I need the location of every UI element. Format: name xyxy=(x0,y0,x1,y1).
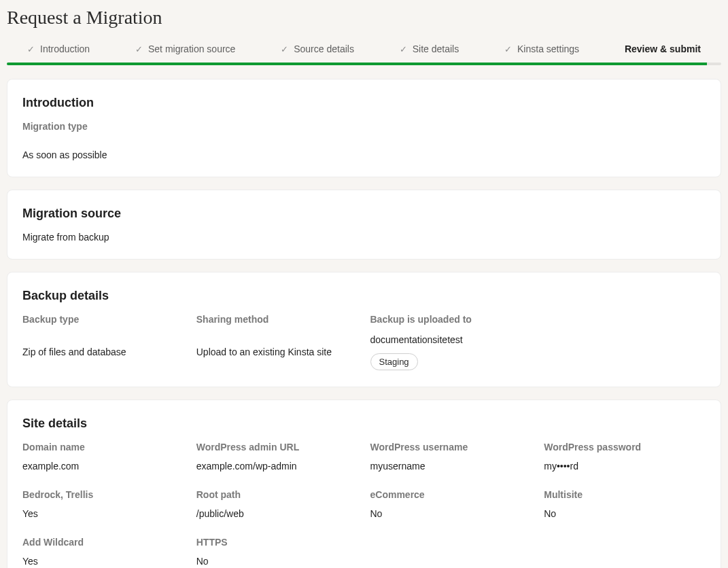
step-label: Review & submit xyxy=(625,43,701,54)
card-introduction: Introduction Migration type As soon as p… xyxy=(7,79,721,177)
step-label: Kinsta settings xyxy=(517,43,579,54)
root-path-label: Root path xyxy=(196,489,358,500)
uploaded-to-label: Backup is uploaded to xyxy=(370,314,532,325)
card-heading: Site details xyxy=(22,416,706,431)
step-label: Source details xyxy=(294,43,354,54)
card-heading: Backup details xyxy=(22,289,706,303)
progress-track xyxy=(7,63,721,65)
wp-username-label: WordPress username xyxy=(370,442,532,452)
step-source-details[interactable]: ✓ Source details xyxy=(281,43,354,54)
step-label: Introduction xyxy=(40,43,90,54)
wildcard-label: Add Wildcard xyxy=(22,537,184,548)
migration-source-value: Migrate from backup xyxy=(22,232,706,243)
wp-password-label: WordPress password xyxy=(544,442,706,452)
step-set-migration-source[interactable]: ✓ Set migration source xyxy=(135,43,235,54)
multisite-label: Multisite xyxy=(544,489,706,500)
multisite-value: No xyxy=(544,508,706,519)
migration-type-value: As soon as possible xyxy=(22,149,706,160)
page-title: Request a Migration xyxy=(7,7,721,29)
bedrock-label: Bedrock, Trellis xyxy=(22,489,184,500)
wildcard-value: Yes xyxy=(22,556,184,567)
step-label: Site details xyxy=(413,43,459,54)
migration-type-label: Migration type xyxy=(22,121,706,132)
stepper: ✓ Introduction ✓ Set migration source ✓ … xyxy=(7,43,721,63)
wp-password-value: my••••rd xyxy=(544,461,706,472)
https-label: HTTPS xyxy=(196,537,358,548)
step-introduction[interactable]: ✓ Introduction xyxy=(27,43,90,54)
step-kinsta-settings[interactable]: ✓ Kinsta settings xyxy=(504,43,579,54)
sharing-method-label: Sharing method xyxy=(196,314,358,325)
domain-name-value: example.com xyxy=(22,461,184,472)
backup-type-label: Backup type xyxy=(22,314,184,325)
step-label: Set migration source xyxy=(148,43,235,54)
check-icon: ✓ xyxy=(135,44,143,54)
uploaded-to-value: documentationsitetest xyxy=(370,334,532,345)
root-path-value: /public/web xyxy=(196,508,358,519)
card-migration-source: Migration source Migrate from backup xyxy=(7,190,721,260)
card-site-details: Site details Domain name example.com Wor… xyxy=(7,400,721,568)
card-heading: Migration source xyxy=(22,207,706,221)
admin-url-value: example.com/wp-admin xyxy=(196,461,358,472)
admin-url-label: WordPress admin URL xyxy=(196,442,358,452)
check-icon: ✓ xyxy=(400,44,407,54)
https-value: No xyxy=(196,556,358,567)
wp-username-value: myusername xyxy=(370,461,532,472)
backup-type-value: Zip of files and database xyxy=(22,347,184,357)
bedrock-value: Yes xyxy=(22,508,184,519)
step-review-submit[interactable]: Review & submit xyxy=(625,43,701,54)
progress-fill xyxy=(7,63,707,65)
environment-tag: Staging xyxy=(370,353,418,370)
ecommerce-value: No xyxy=(370,508,532,519)
check-icon: ✓ xyxy=(504,44,512,54)
check-icon: ✓ xyxy=(27,44,35,54)
domain-name-label: Domain name xyxy=(22,442,184,452)
step-site-details[interactable]: ✓ Site details xyxy=(400,43,459,54)
ecommerce-label: eCommerce xyxy=(370,489,532,500)
check-icon: ✓ xyxy=(281,44,288,54)
card-backup-details: Backup details Backup type Zip of files … xyxy=(7,272,721,387)
sharing-method-value: Upload to an existing Kinsta site xyxy=(196,347,358,357)
card-heading: Introduction xyxy=(22,96,706,110)
